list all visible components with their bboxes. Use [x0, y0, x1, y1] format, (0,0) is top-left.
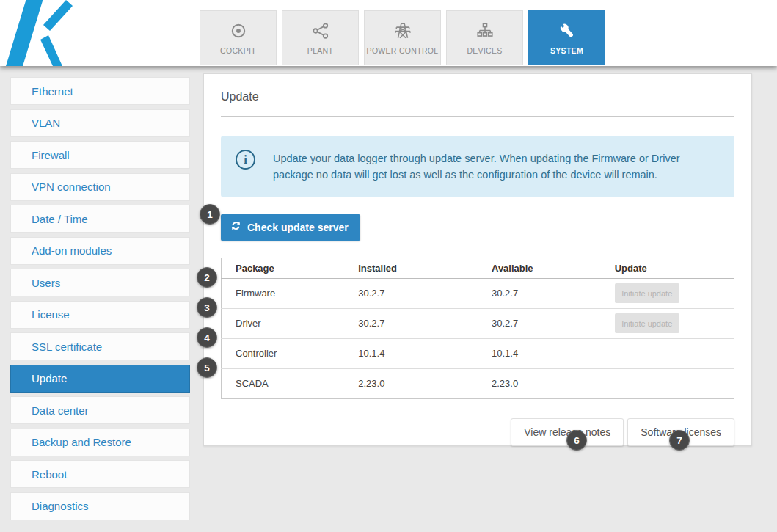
col-header-installed: Installed — [344, 258, 478, 278]
table-row-controller: Controller 10.1.4 10.1.4 — [222, 338, 734, 368]
sidebar-item-label: VLAN — [32, 117, 60, 129]
initiate-update-button-firmware[interactable]: Initiate update — [615, 283, 679, 303]
sidebar-item-backup-restore[interactable]: Backup and Restore — [10, 429, 190, 456]
tab-label: PLANT — [307, 46, 333, 55]
col-header-package: Package — [222, 258, 345, 278]
annotation-badge-4: 4 — [197, 327, 217, 348]
package-version-table: Package Installed Available Update Firmw… — [221, 258, 734, 399]
table-row-scada: SCADA 2.23.0 2.23.0 — [222, 368, 734, 398]
initiate-update-button-driver[interactable]: Initiate update — [615, 313, 679, 333]
sidebar-item-label: Data center — [32, 404, 89, 417]
sidebar-item-label: VPN connection — [32, 181, 111, 193]
sidebar-item-label: SSL certificate — [32, 340, 102, 353]
annotation-badge-2: 2 — [197, 267, 217, 288]
sidebar-item-diagnostics[interactable]: Diagnostics — [10, 492, 190, 520]
sidebar-item-label: Ethernet — [32, 85, 73, 98]
power-pylon-icon — [393, 21, 412, 40]
tab-label: COCKPIT — [220, 46, 256, 55]
table-header-row: Package Installed Available Update — [222, 258, 734, 278]
annotation-badge-5: 5 — [197, 357, 217, 378]
cockpit-gauge-icon — [229, 21, 248, 40]
footer-button-row: View release notes Software licenses — [221, 418, 734, 446]
installed-version: 30.2.7 — [344, 278, 478, 308]
refresh-icon — [230, 220, 242, 235]
annotation-badge-7: 7 — [669, 430, 690, 451]
info-message-text: Update your data logger through update s… — [273, 150, 715, 183]
package-name: Firmware — [222, 278, 345, 308]
info-message-box: i Update your data logger through update… — [221, 136, 734, 197]
available-version: 30.2.7 — [478, 308, 601, 338]
sidebar-item-reboot[interactable]: Reboot — [10, 460, 190, 488]
sidebar-item-vlan[interactable]: VLAN — [10, 109, 190, 137]
sidebar-item-label: Update — [32, 372, 67, 385]
top-header-bar: COCKPIT PLANT POWER CONTROL — [0, 0, 777, 66]
tab-cockpit[interactable]: COCKPIT — [200, 10, 277, 65]
sidebar-item-users[interactable]: Users — [10, 269, 190, 296]
available-version: 10.1.4 — [478, 338, 601, 368]
sidebar-item-ethernet[interactable]: Ethernet — [10, 77, 190, 105]
solar-log-x-logo — [1, 0, 75, 69]
sidebar-item-update[interactable]: Update — [10, 365, 190, 393]
sidebar-item-firewall[interactable]: Firewall — [10, 141, 190, 169]
package-name: Controller — [222, 338, 345, 368]
info-icon: i — [236, 150, 255, 170]
sidebar-item-data-center[interactable]: Data center — [10, 396, 190, 424]
tab-label: SYSTEM — [550, 46, 583, 55]
col-header-available: Available — [478, 258, 601, 278]
main-nav-tabs: COCKPIT PLANT POWER CONTROL — [200, 10, 605, 65]
table-row-firmware: Firmware 30.2.7 30.2.7 Initiate update — [222, 278, 734, 308]
page-title: Update — [221, 90, 734, 103]
update-panel: Update i Update your data logger through… — [203, 73, 752, 446]
sidebar-item-label: Diagnostics — [32, 500, 89, 512]
annotation-badge-3: 3 — [197, 297, 217, 318]
plant-network-icon — [311, 21, 330, 40]
annotation-badge-6: 6 — [566, 430, 587, 451]
tab-label: DEVICES — [467, 46, 502, 55]
sidebar-item-label: Date / Time — [32, 213, 88, 225]
tab-label: POWER CONTROL — [367, 46, 439, 55]
devices-sitemap-icon — [475, 21, 495, 40]
sidebar-item-label: Backup and Restore — [32, 436, 131, 448]
system-wrench-icon — [558, 21, 577, 40]
sidebar-item-label: License — [32, 308, 70, 321]
tab-power-control[interactable]: POWER CONTROL — [364, 10, 441, 65]
tab-plant[interactable]: PLANT — [282, 10, 359, 65]
package-name: Driver — [222, 308, 345, 338]
available-version: 30.2.7 — [478, 278, 601, 308]
available-version: 2.23.0 — [478, 368, 601, 398]
title-divider — [221, 116, 734, 117]
package-name: SCADA — [222, 368, 345, 398]
annotation-badge-1: 1 — [200, 204, 220, 225]
sidebar-item-vpn-connection[interactable]: VPN connection — [10, 173, 190, 201]
table-row-driver: Driver 30.2.7 30.2.7 Initiate update — [222, 308, 734, 338]
tab-system[interactable]: SYSTEM — [528, 10, 605, 65]
sidebar-item-label: Users — [32, 277, 60, 289]
sidebar-item-ssl-certificate[interactable]: SSL certificate — [10, 332, 190, 360]
sidebar-item-label: Reboot — [32, 468, 67, 481]
sidebar-item-license[interactable]: License — [10, 301, 190, 329]
col-header-update: Update — [601, 258, 734, 278]
check-update-server-button[interactable]: Check update server — [221, 214, 360, 241]
installed-version: 10.1.4 — [344, 338, 478, 368]
sidebar-item-label: Firewall — [32, 149, 70, 161]
settings-sidebar: Ethernet VLAN Firewall VPN connection Da… — [10, 77, 190, 524]
sidebar-item-date-time[interactable]: Date / Time — [10, 205, 190, 233]
installed-version: 30.2.7 — [344, 308, 478, 338]
installed-version: 2.23.0 — [344, 368, 478, 398]
tab-devices[interactable]: DEVICES — [446, 10, 523, 65]
sidebar-item-label: Add-on modules — [32, 244, 112, 257]
sidebar-item-addon-modules[interactable]: Add-on modules — [10, 237, 190, 265]
check-update-server-label: Check update server — [247, 222, 349, 233]
